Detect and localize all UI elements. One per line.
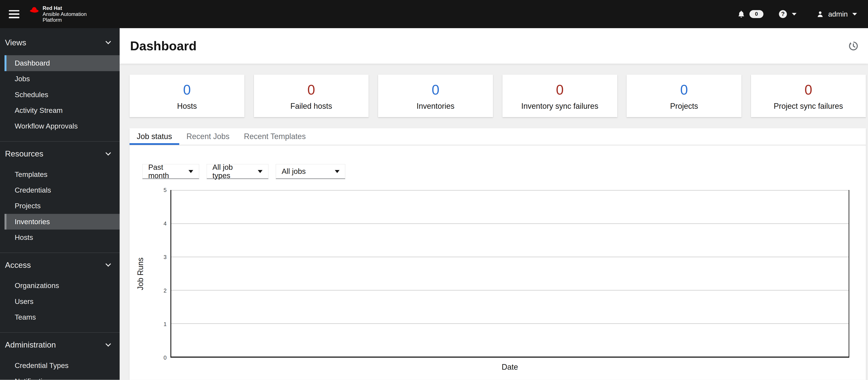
- nav-item-label: Activity Stream: [14, 106, 63, 114]
- hamburger-icon: [9, 10, 19, 18]
- y-tick-label: 2: [163, 287, 166, 294]
- y-tick-label: 1: [163, 321, 166, 327]
- bell-icon: [737, 10, 745, 18]
- layout: Views Dashboard Jobs Schedules Activity …: [0, 28, 868, 380]
- stat-card-project-sync-failures[interactable]: 0 Project sync failures: [751, 75, 866, 117]
- stat-card-label: Inventory sync failures: [502, 102, 617, 111]
- caret-down-icon: [852, 13, 857, 15]
- user-menu[interactable]: admin: [816, 10, 857, 18]
- stat-card-hosts[interactable]: 0 Hosts: [129, 75, 244, 117]
- nav-section-title: Administration: [5, 340, 56, 349]
- page-header: Dashboard: [120, 28, 868, 64]
- redhat-hat-icon: [29, 6, 39, 13]
- chevron-down-icon: [105, 262, 111, 267]
- sidebar-item-hosts[interactable]: Hosts: [4, 230, 120, 245]
- nav-section-toggle-resources[interactable]: Resources: [0, 148, 120, 159]
- sidebar-item-teams[interactable]: Teams: [4, 309, 120, 325]
- stat-card-value: 0: [254, 82, 369, 98]
- caret-down-icon: [335, 170, 340, 173]
- tab-recent-jobs[interactable]: Recent Jobs: [179, 128, 237, 145]
- filter-jobs-value: All jobs: [282, 167, 306, 176]
- stat-card-value: 0: [378, 82, 493, 98]
- nav-item-label: Organizations: [14, 282, 59, 290]
- caret-down-icon: [792, 13, 797, 15]
- main-content: Dashboard 0 Hosts: [120, 28, 868, 380]
- filter-jobs-select[interactable]: All jobs: [276, 164, 345, 179]
- sidebar-item-users[interactable]: Users: [4, 293, 120, 309]
- chart-plot-area: [170, 190, 849, 358]
- x-axis-title: Date: [170, 358, 849, 379]
- user-icon: [816, 10, 824, 18]
- sidebar-item-projects[interactable]: Projects: [4, 198, 120, 214]
- stat-card-label: Hosts: [129, 102, 244, 111]
- nav-section-toggle-access[interactable]: Access: [0, 260, 120, 271]
- stat-card-failed-hosts[interactable]: 0 Failed hosts: [254, 75, 369, 117]
- nav-item-label: Notifications: [14, 377, 54, 380]
- tab-recent-templates[interactable]: Recent Templates: [237, 128, 313, 145]
- sidebar-item-inventories[interactable]: Inventories: [4, 214, 120, 230]
- nav-section-title: Views: [5, 38, 26, 47]
- job-runs-chart: Job Runs 5 4 3 2 1 0: [129, 190, 849, 379]
- app-logo[interactable]: Red Hat Ansible Automation Platform: [29, 5, 87, 23]
- filter-period-select[interactable]: Past month: [142, 164, 199, 179]
- brand-line-3: Platform: [42, 17, 87, 23]
- nav-item-label: Credentials: [14, 186, 51, 194]
- nav-section-administration: Administration Credential Types Notifica…: [0, 332, 120, 380]
- stat-card-label: Projects: [627, 102, 742, 111]
- help-menu[interactable]: ?: [779, 10, 797, 18]
- help-icon: ?: [779, 10, 787, 18]
- y-tick-label: 0: [163, 354, 166, 361]
- sidebar: Views Dashboard Jobs Schedules Activity …: [0, 28, 120, 380]
- sidebar-item-notifications[interactable]: Notifications: [4, 373, 120, 380]
- y-axis-title: Job Runs: [129, 190, 152, 358]
- stat-card-inventory-sync-failures[interactable]: 0 Inventory sync failures: [502, 75, 617, 117]
- nav-section-views: Views Dashboard Jobs Schedules Activity …: [0, 28, 120, 141]
- stat-card-label: Failed hosts: [254, 102, 369, 111]
- nav-item-label: Jobs: [14, 75, 30, 83]
- notification-count-badge: 0: [749, 10, 763, 18]
- nav-item-label: Schedules: [14, 91, 48, 99]
- sidebar-item-activity-stream[interactable]: Activity Stream: [4, 103, 120, 118]
- chart-filters: Past month All job types All jobs: [142, 164, 866, 179]
- nav-item-label: Projects: [14, 202, 41, 210]
- stat-card-value: 0: [502, 82, 617, 98]
- stat-card-projects[interactable]: 0 Projects: [627, 75, 742, 117]
- job-activity-panel: Job status Recent Jobs Recent Templates …: [129, 128, 866, 380]
- tab-job-status[interactable]: Job status: [129, 128, 179, 145]
- sidebar-item-workflow-approvals[interactable]: Workflow Approvals: [4, 118, 120, 134]
- filter-job-type-select[interactable]: All job types: [207, 164, 269, 179]
- history-icon: [847, 40, 859, 52]
- nav-item-label: Hosts: [14, 233, 33, 242]
- nav-section-toggle-administration[interactable]: Administration: [0, 339, 120, 350]
- nav-item-label: Dashboard: [14, 59, 50, 67]
- nav-section-access: Access Organizations Users Teams: [0, 252, 120, 332]
- stat-cards-row: 0 Hosts 0 Failed hosts 0 Inventories 0 I…: [129, 75, 866, 117]
- y-tick-label: 4: [163, 220, 166, 227]
- filter-period-value: Past month: [148, 163, 183, 180]
- caret-down-icon: [188, 170, 193, 173]
- nav-section-resources: Resources Templates Credentials Projects…: [0, 141, 120, 252]
- sidebar-item-credentials[interactable]: Credentials: [4, 182, 120, 198]
- history-button[interactable]: [847, 40, 859, 52]
- tabs-bar: Job status Recent Jobs Recent Templates: [129, 128, 866, 145]
- stat-card-value: 0: [751, 82, 866, 98]
- notifications-button[interactable]: [737, 10, 745, 18]
- y-axis-ticks: 5 4 3 2 1 0: [152, 190, 170, 358]
- nav-item-label: Teams: [14, 313, 36, 321]
- sidebar-item-credential-types[interactable]: Credential Types: [4, 358, 120, 373]
- menu-toggle-button[interactable]: [8, 9, 21, 19]
- y-tick-label: 5: [163, 187, 166, 193]
- sidebar-item-organizations[interactable]: Organizations: [4, 278, 120, 293]
- sidebar-item-jobs[interactable]: Jobs: [4, 71, 120, 87]
- stat-card-inventories[interactable]: 0 Inventories: [378, 75, 493, 117]
- sidebar-item-schedules[interactable]: Schedules: [4, 87, 120, 103]
- sidebar-item-templates[interactable]: Templates: [4, 167, 120, 182]
- sidebar-item-dashboard[interactable]: Dashboard: [4, 55, 120, 71]
- chevron-down-icon: [105, 39, 111, 44]
- nav-item-label: Workflow Approvals: [14, 122, 78, 130]
- dashboard-content: 0 Hosts 0 Failed hosts 0 Inventories 0 I…: [120, 64, 868, 380]
- nav-item-label: Credential Types: [14, 361, 68, 370]
- nav-section-toggle-views[interactable]: Views: [0, 37, 120, 48]
- username: admin: [828, 10, 848, 18]
- brand-line-2: Ansible Automation: [42, 11, 87, 17]
